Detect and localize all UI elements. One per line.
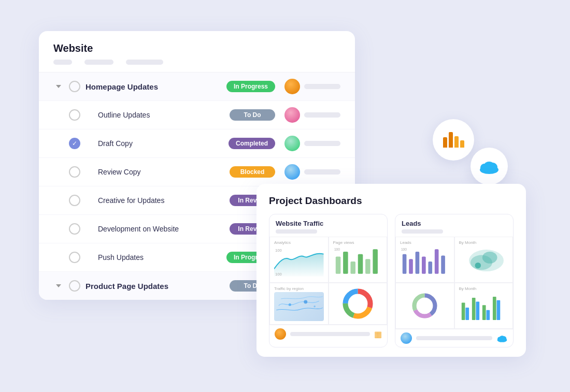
svg-point-31 — [482, 252, 497, 264]
footer-line — [416, 336, 492, 340]
toolbar-pill-2 — [84, 60, 113, 65]
svg-rect-21 — [403, 254, 407, 274]
chart-mini-label: Analytics — [274, 240, 324, 245]
dashboard-title: Project Dashboards — [269, 195, 514, 207]
leads-bar-top-left: Leads 100 — [395, 237, 454, 283]
card-charts: Analytics 100 100 — [269, 237, 387, 325]
dashboard-cards: Website Traffic Analytics — [269, 214, 514, 347]
task-checkbox[interactable] — [69, 195, 80, 206]
svg-rect-11 — [373, 249, 378, 274]
avatar-group — [284, 79, 340, 94]
leads-grouped-bar-svg — [459, 292, 509, 323]
footer-analytics-icon: ▦ — [374, 329, 382, 339]
task-checkbox[interactable] — [69, 81, 80, 92]
panel-toolbar — [53, 60, 340, 65]
svg-rect-41 — [482, 305, 486, 320]
avatar-line — [304, 141, 340, 146]
footer-line — [290, 332, 370, 336]
leads-donut-cell — [395, 283, 454, 329]
chart-mini-label: By Month — [459, 240, 509, 245]
svg-point-48 — [500, 336, 505, 340]
svg-rect-6 — [335, 256, 340, 273]
check-mark-icon: ✓ — [72, 140, 77, 147]
task-row[interactable]: ✓ Draft Copy Completed — [39, 129, 355, 158]
footer-avatar — [401, 332, 412, 344]
avatar-line — [304, 84, 340, 89]
analytics-bars-icon — [441, 132, 466, 148]
avatar — [284, 164, 300, 180]
svg-text:100: 100 — [275, 272, 282, 277]
card-header: Website Traffic — [269, 214, 387, 237]
avatar-line — [304, 112, 340, 118]
dashboard-panel: Project Dashboards Website Traffic Analy… — [256, 184, 526, 357]
task-row[interactable]: Outline Updates To Do — [39, 101, 355, 129]
svg-rect-43 — [492, 297, 496, 320]
svg-rect-39 — [472, 298, 475, 320]
task-name: Creative for Updates — [98, 196, 224, 205]
card-subtitle-line — [276, 229, 317, 234]
task-name: Product Page Updates — [86, 282, 224, 291]
card-title: Leads — [402, 220, 507, 227]
area-chart-svg: 100 100 — [274, 246, 324, 277]
leads-donut-svg — [410, 292, 439, 320]
status-badge: To Do — [230, 109, 275, 121]
task-row[interactable]: Review Copy Blocked — [39, 158, 355, 186]
svg-rect-7 — [343, 252, 348, 274]
bar-chart-svg: 100 — [333, 246, 383, 277]
chevron-down-icon[interactable] — [53, 81, 64, 92]
website-traffic-card: Website Traffic Analytics — [269, 214, 388, 347]
status-badge: In Progress — [226, 81, 275, 92]
chevron-down-icon[interactable] — [53, 281, 64, 291]
svg-text:100: 100 — [401, 248, 407, 251]
task-name: Review Copy — [98, 168, 224, 176]
leads-abstract-cell: By Month — [454, 237, 514, 283]
svg-rect-42 — [486, 310, 490, 320]
task-checkbox[interactable] — [69, 280, 80, 292]
task-name: Outline Updates — [98, 111, 224, 119]
svg-rect-10 — [365, 259, 370, 274]
card-subtitle-line — [402, 229, 443, 234]
map-cell: Traffic by region — [269, 283, 329, 325]
cloud-icon-circle — [471, 148, 508, 185]
avatar-line — [304, 169, 340, 175]
footer-avatar — [275, 328, 286, 340]
panel-title: Website — [53, 42, 340, 54]
leads-grouped-bar-cell: By Month — [454, 283, 514, 329]
donut-cell — [329, 283, 388, 325]
chart-mini-label: Page views — [333, 240, 383, 245]
avatar-group — [284, 107, 340, 123]
avatar — [284, 107, 300, 123]
task-row[interactable]: Homepage Updates In Progress — [39, 72, 355, 101]
task-checkbox[interactable] — [69, 252, 80, 263]
leads-card: Leads Leads 100 — [395, 214, 514, 347]
footer-cloud-icon — [496, 334, 508, 342]
svg-rect-25 — [428, 262, 432, 274]
chart-mini-label: Leads — [400, 240, 450, 245]
task-name: Push Updates — [98, 253, 221, 262]
svg-rect-26 — [435, 249, 439, 274]
avatar-group — [284, 136, 340, 151]
svg-rect-27 — [441, 256, 445, 274]
card-charts: Leads 100 By Month — [395, 237, 513, 329]
task-checkbox[interactable]: ✓ — [69, 138, 80, 149]
svg-point-14 — [304, 300, 307, 304]
card-footer: ▦ — [269, 325, 387, 343]
svg-point-3 — [484, 162, 494, 170]
card-footer — [395, 329, 513, 347]
task-checkbox[interactable] — [69, 166, 80, 178]
leads-bar-svg: 100 — [400, 246, 450, 277]
svg-rect-22 — [409, 259, 413, 274]
task-checkbox[interactable] — [69, 223, 80, 235]
avatar — [284, 136, 300, 151]
svg-text:100: 100 — [334, 248, 339, 251]
card-header: Leads — [395, 214, 513, 237]
svg-rect-23 — [416, 252, 420, 274]
svg-point-15 — [314, 306, 315, 307]
status-badge: Blocked — [230, 166, 275, 178]
svg-rect-38 — [465, 308, 469, 320]
task-name: Draft Copy — [98, 139, 223, 148]
analytics-icon-circle — [433, 119, 474, 161]
svg-text:100: 100 — [275, 248, 282, 253]
svg-rect-9 — [358, 254, 363, 274]
task-checkbox[interactable] — [69, 109, 80, 121]
